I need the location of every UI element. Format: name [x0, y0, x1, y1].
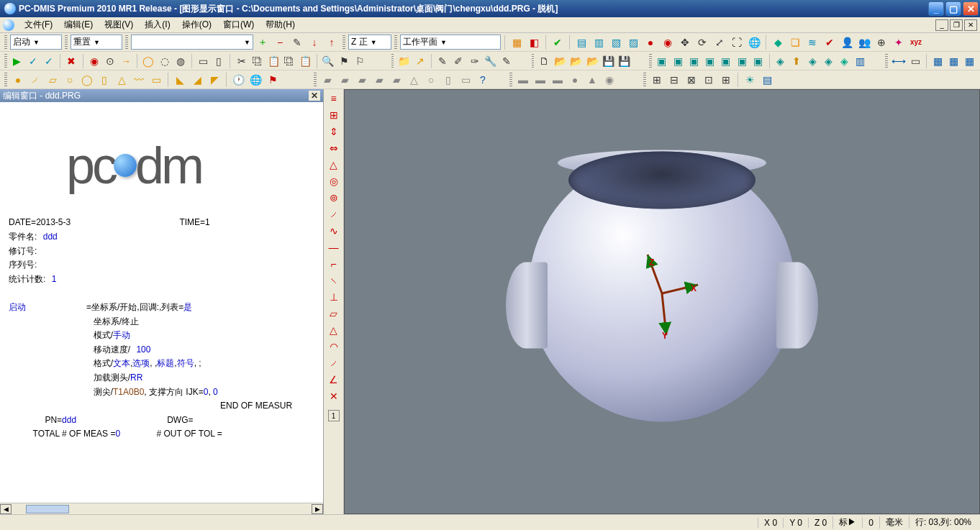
ring2-icon[interactable]: ◍ [173, 53, 188, 69]
rect-icon[interactable]: ▭ [908, 53, 922, 69]
geom-help-icon[interactable]: ? [475, 72, 491, 88]
vtool-tri[interactable]: △ [326, 157, 342, 173]
box2-icon[interactable]: ▣ [671, 53, 685, 69]
menu-view[interactable]: 视图(V) [99, 17, 139, 32]
aln3-icon[interactable]: ⊠ [684, 72, 699, 88]
vtool-angle[interactable]: ⌐ [326, 256, 342, 272]
geom4-icon[interactable]: ▰ [371, 72, 387, 88]
aln2-icon[interactable]: ⊟ [666, 72, 682, 88]
open2-icon[interactable]: 📂 [569, 53, 584, 69]
xyz-icon[interactable]: xyz [908, 35, 924, 50]
graphics-viewport[interactable]: X Y Z [344, 89, 980, 514]
geom2-icon[interactable]: ▰ [337, 72, 353, 88]
note-icon[interactable]: ▭ [196, 53, 210, 69]
globe-icon[interactable]: 🌐 [746, 35, 762, 50]
ring-icon[interactable]: ◌ [158, 53, 172, 69]
feat-cone-icon[interactable]: △ [114, 72, 130, 88]
feat-line-icon[interactable]: ⟋ [27, 72, 43, 88]
box7-icon[interactable]: ▣ [750, 53, 765, 69]
edit-window-close[interactable]: ✕ [309, 91, 320, 101]
down-arrow-icon[interactable]: ↓ [307, 35, 322, 50]
flag-red-icon[interactable]: ● [643, 35, 658, 50]
grip[interactable] [4, 35, 7, 50]
new-icon[interactable]: 🗋 [537, 53, 551, 69]
cancel-icon[interactable]: ✖ [64, 53, 78, 69]
up-arrow-icon[interactable]: ↑ [324, 35, 340, 50]
ok2-icon[interactable]: ✓ [42, 53, 56, 69]
vtool-rect[interactable]: ▱ [326, 306, 342, 321]
editor-h-scrollbar[interactable]: ◀▶ [0, 503, 323, 514]
people-icon[interactable]: 👥 [856, 35, 872, 50]
play-icon[interactable]: ▶ [10, 53, 24, 69]
iso3-icon[interactable]: ◈ [821, 53, 835, 69]
menu-insert[interactable]: 插入(I) [139, 17, 176, 32]
vtool-target2[interactable]: ⊚ [326, 190, 342, 206]
bookmark-icon[interactable]: ⚑ [337, 53, 351, 69]
copy-icon[interactable]: ⿻ [250, 53, 265, 69]
box6-icon[interactable]: ▣ [735, 53, 749, 69]
nav1-icon[interactable]: ✥ [677, 35, 693, 50]
ok-icon[interactable]: ✓ [26, 53, 40, 69]
zoom-icon[interactable]: ⤢ [712, 35, 727, 50]
geom-cone-icon[interactable]: △ [406, 72, 422, 88]
check-icon[interactable]: ✔ [550, 35, 566, 50]
geom5-icon[interactable]: ▰ [389, 72, 404, 88]
aln5-icon[interactable]: ⊞ [718, 72, 734, 88]
vtool-minus[interactable]: — [326, 239, 342, 255]
grid-icon[interactable]: ▤ [573, 35, 589, 50]
feat-curve-icon[interactable]: 〰 [131, 72, 147, 88]
axis-icon[interactable]: ⬆ [789, 53, 804, 69]
target2-icon[interactable]: ⊙ [103, 53, 117, 69]
view1-icon[interactable]: ▥ [591, 35, 607, 50]
geom1-icon[interactable]: ▰ [319, 72, 335, 88]
win1-icon[interactable]: ▦ [930, 53, 945, 69]
geom-circle-icon[interactable]: ○ [423, 72, 439, 88]
combo-z[interactable]: Z 正▼ [348, 35, 391, 50]
cut-icon[interactable]: ✂ [234, 53, 248, 69]
edit-body[interactable]: pcdmDATE=2013-5-3 TIME=1 零件名: ddd 修订号: 序… [0, 102, 323, 503]
person-icon[interactable]: 👤 [839, 35, 855, 50]
geom3-icon[interactable]: ▰ [354, 72, 370, 88]
paste-icon[interactable]: 📋 [266, 53, 281, 69]
fit-icon[interactable]: ⛶ [729, 35, 745, 50]
box3-icon[interactable]: ▣ [686, 53, 701, 69]
feat-sphere-icon[interactable]: ◯ [79, 72, 95, 88]
feat-cyl-icon[interactable]: ▯ [96, 72, 112, 88]
view2-icon[interactable]: ▧ [608, 35, 624, 50]
geom-cyl-icon[interactable]: ▯ [440, 72, 456, 88]
combo-workplane[interactable]: 工作平面▼ [400, 35, 501, 50]
note2-icon[interactable]: ▯ [212, 53, 226, 69]
win3-icon[interactable]: ▦ [963, 53, 977, 69]
combo-empty[interactable]: ▼ [131, 35, 253, 50]
vtool-target[interactable]: ◎ [326, 173, 342, 189]
tool5-icon[interactable]: ✎ [499, 53, 514, 69]
minimize-button[interactable]: _ [928, 1, 944, 16]
bars-icon[interactable]: ▥ [853, 53, 868, 69]
vtool-cone[interactable]: △ [326, 322, 342, 338]
menu-file[interactable]: 文件(F) [19, 17, 58, 32]
geom-box-icon[interactable]: ▭ [458, 72, 473, 88]
gray-q-icon[interactable]: ◉ [602, 72, 617, 88]
feat-plane-icon[interactable]: ▱ [45, 72, 60, 88]
feat-c-icon[interactable]: ◤ [207, 72, 222, 88]
copy2-icon[interactable]: ⿻ [282, 53, 296, 69]
vtool-x[interactable]: ✕ [326, 388, 342, 404]
iso1-icon[interactable]: ◈ [773, 53, 787, 69]
iso4-icon[interactable]: ◈ [838, 53, 852, 69]
vtool-updown[interactable]: ⇕ [326, 124, 342, 140]
wave-icon[interactable]: ≋ [804, 35, 820, 50]
vtool-perp[interactable]: ⊥ [326, 289, 342, 305]
swatch-icon[interactable]: ◧ [526, 35, 542, 50]
mdi-close[interactable]: ✕ [964, 19, 977, 31]
vtool-diag[interactable]: ⟍ [326, 273, 342, 288]
menu-help[interactable]: 帮助(H) [260, 17, 301, 32]
save2-icon[interactable]: 💾 [617, 53, 631, 69]
combo-start[interactable]: 启动▼ [10, 35, 62, 50]
menu-window[interactable]: 窗口(W) [217, 17, 260, 32]
vtool-grid[interactable]: ⊞ [326, 107, 342, 123]
vtool-leftright[interactable]: ⇔ [326, 140, 342, 156]
measure-icon[interactable]: ✦ [891, 35, 907, 50]
view3-icon[interactable]: ▨ [625, 35, 641, 50]
ellipse-icon[interactable]: ◯ [141, 53, 155, 69]
vtool-1[interactable]: ≡ [326, 91, 342, 106]
